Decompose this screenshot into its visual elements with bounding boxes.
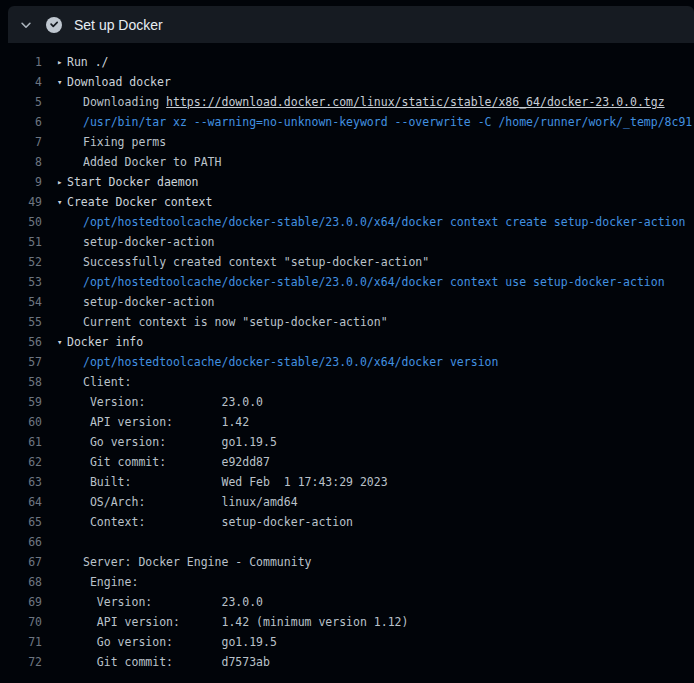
line-number[interactable]: 58 — [0, 372, 42, 392]
log-text: Built: Wed Feb 1 17:43:29 2023 — [83, 472, 694, 492]
line-number[interactable]: 6 — [0, 112, 42, 132]
log-text: Git commit: e92dd87 — [83, 452, 694, 472]
log-line: 55Current context is now "setup-docker-a… — [0, 312, 694, 332]
line-number[interactable]: 7 — [0, 132, 42, 152]
log-group-header[interactable]: ▾Docker info — [57, 332, 694, 352]
log-group-header[interactable]: ▾Create Docker context — [57, 192, 694, 212]
log-line: 62 Git commit: e92dd87 — [0, 452, 694, 472]
log-line: 70 API version: 1.42 (minimum version 1.… — [0, 612, 694, 632]
log-group-header[interactable]: ▾Download docker — [57, 72, 694, 92]
log-text: Go version: go1.19.5 — [83, 632, 694, 652]
line-number[interactable]: 65 — [0, 512, 42, 532]
log-plain-text: Client: — [83, 375, 131, 389]
log-text: Current context is now "setup-docker-act… — [83, 312, 694, 332]
log-plain-text: API version: 1.42 (minimum version 1.12) — [83, 615, 408, 629]
triangle-right-icon[interactable]: ▸ — [57, 172, 67, 192]
actions-log-viewer: Set up Docker 1▸Run ./4▾Download docker5… — [0, 6, 694, 683]
line-number[interactable]: 51 — [0, 232, 42, 252]
log-group-title: Create Docker context — [67, 195, 212, 209]
log-line: 5Downloading https://download.docker.com… — [0, 92, 694, 112]
log-plain-text: Version: 23.0.0 — [83, 595, 263, 609]
line-number[interactable]: 55 — [0, 312, 42, 332]
log-text: /opt/hostedtoolcache/docker-stable/23.0.… — [83, 352, 694, 372]
line-number[interactable]: 72 — [0, 652, 42, 672]
log-plain-text: Built: Wed Feb 1 17:43:29 2023 — [83, 475, 388, 489]
line-number[interactable]: 70 — [0, 612, 42, 632]
triangle-down-icon[interactable]: ▾ — [57, 72, 67, 92]
check-circle-icon — [46, 17, 62, 33]
line-number[interactable]: 62 — [0, 452, 42, 472]
log-group-header[interactable]: ▸Start Docker daemon — [57, 172, 694, 192]
log-text: /opt/hostedtoolcache/docker-stable/23.0.… — [83, 272, 694, 292]
line-number[interactable]: 5 — [0, 92, 42, 112]
log-text: Context: setup-docker-action — [83, 512, 694, 532]
log-text: OS/Arch: linux/amd64 — [83, 492, 694, 512]
step-title: Set up Docker — [74, 18, 163, 32]
log-text: Successfully created context "setup-dock… — [83, 252, 694, 272]
line-number[interactable]: 53 — [0, 272, 42, 292]
line-number[interactable]: 71 — [0, 632, 42, 652]
triangle-right-icon[interactable]: ▸ — [57, 52, 67, 72]
log-plain-text: Context: setup-docker-action — [83, 515, 353, 529]
triangle-down-icon[interactable]: ▾ — [57, 192, 67, 212]
log-line: 54setup-docker-action — [0, 292, 694, 312]
line-number[interactable]: 60 — [0, 412, 42, 432]
log-text: setup-docker-action — [83, 232, 694, 252]
log-text: Client: — [83, 372, 694, 392]
line-number[interactable]: 49 — [0, 192, 42, 212]
line-number[interactable]: 52 — [0, 252, 42, 272]
log-group-title: Download docker — [67, 75, 171, 89]
log-plain-text: setup-docker-action — [83, 235, 215, 249]
log-link[interactable]: https://download.docker.com/linux/static… — [166, 95, 665, 109]
log-line: 61 Go version: go1.19.5 — [0, 432, 694, 452]
log-plain-text: setup-docker-action — [83, 295, 215, 309]
log-line: 7Fixing perms — [0, 132, 694, 152]
line-number[interactable]: 56 — [0, 332, 42, 352]
log-line: 68 Engine: — [0, 572, 694, 592]
log-plain-text: Current context is now "setup-docker-act… — [83, 315, 388, 329]
log-text: API version: 1.42 — [83, 412, 694, 432]
log-line: 56▾Docker info — [0, 332, 694, 352]
line-number[interactable]: 68 — [0, 572, 42, 592]
log-line: 65 Context: setup-docker-action — [0, 512, 694, 532]
log-group-header[interactable]: ▸Run ./ — [57, 52, 694, 72]
log-text: Go version: go1.19.5 — [83, 432, 694, 452]
line-number[interactable]: 67 — [0, 552, 42, 572]
line-number[interactable]: 4 — [0, 72, 42, 92]
log-lines: 1▸Run ./4▾Download docker5Downloading ht… — [0, 43, 694, 672]
line-number[interactable]: 59 — [0, 392, 42, 412]
log-plain-text: Version: 23.0.0 — [83, 395, 263, 409]
line-number[interactable]: 61 — [0, 432, 42, 452]
line-number[interactable]: 54 — [0, 292, 42, 312]
log-line: 51setup-docker-action — [0, 232, 694, 252]
log-plain-text: Added Docker to PATH — [83, 155, 221, 169]
step-header[interactable]: Set up Docker — [8, 6, 694, 43]
log-plain-text: Fixing perms — [83, 135, 166, 149]
line-number[interactable]: 69 — [0, 592, 42, 612]
triangle-down-icon[interactable]: ▾ — [57, 332, 67, 352]
log-plain-text: Downloading — [83, 95, 166, 109]
log-line: 8Added Docker to PATH — [0, 152, 694, 172]
log-plain-text: Git commit: d7573ab — [83, 655, 270, 669]
log-text: /opt/hostedtoolcache/docker-stable/23.0.… — [83, 212, 694, 232]
log-plain-text: Engine: — [83, 575, 138, 589]
line-number[interactable]: 66 — [0, 532, 42, 552]
line-number[interactable]: 9 — [0, 172, 42, 192]
log-line: 52Successfully created context "setup-do… — [0, 252, 694, 272]
log-text: Version: 23.0.0 — [83, 592, 694, 612]
log-text: /usr/bin/tar xz --warning=no-unknown-key… — [83, 112, 694, 132]
log-line: 63 Built: Wed Feb 1 17:43:29 2023 — [0, 472, 694, 492]
line-number[interactable]: 57 — [0, 352, 42, 372]
line-number[interactable]: 8 — [0, 152, 42, 172]
line-number[interactable]: 50 — [0, 212, 42, 232]
log-line: 67Server: Docker Engine - Community — [0, 552, 694, 572]
log-command-text: /opt/hostedtoolcache/docker-stable/23.0.… — [83, 215, 685, 229]
log-line: 58Client: — [0, 372, 694, 392]
log-plain-text: Git commit: e92dd87 — [83, 455, 270, 469]
line-number[interactable]: 63 — [0, 472, 42, 492]
line-number[interactable]: 1 — [0, 52, 42, 72]
log-text: Engine: — [83, 572, 694, 592]
line-number[interactable]: 64 — [0, 492, 42, 512]
chevron-down-icon[interactable] — [19, 18, 33, 32]
log-plain-text: OS/Arch: linux/amd64 — [83, 495, 298, 509]
